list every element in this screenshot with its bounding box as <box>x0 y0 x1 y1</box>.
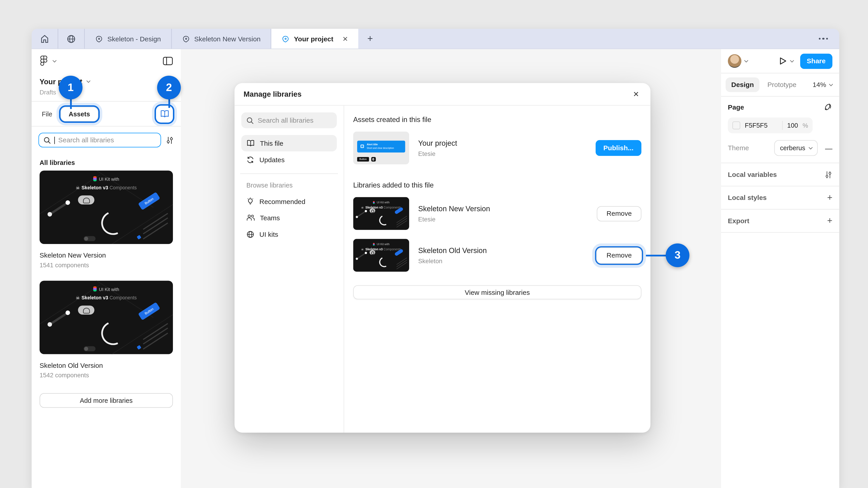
library-title: Skeleton Old Version <box>39 361 173 369</box>
chevron-down-icon <box>809 145 813 149</box>
globe-icon <box>246 230 254 238</box>
tab-close-icon[interactable]: ✕ <box>342 35 348 43</box>
tab-design[interactable]: Design <box>725 77 760 92</box>
toggle-shape <box>84 346 96 351</box>
library-title: Skeleton New Version <box>39 252 173 259</box>
library-card[interactable]: UI Kit with ☠Skeleton v3 Components Butt… <box>39 281 173 379</box>
community-button[interactable] <box>58 29 84 49</box>
sidebar-search-row: Search all libraries <box>32 127 181 154</box>
toggle-sidebar-icon[interactable] <box>163 57 173 66</box>
nav-item-recommended[interactable]: Recommended <box>241 193 337 210</box>
present-play-icon[interactable] <box>778 57 787 66</box>
remove-theme-icon[interactable]: — <box>818 144 833 152</box>
library-name: Skeleton New Version <box>418 204 490 213</box>
color-hex[interactable]: F5F5F5 <box>745 122 768 129</box>
tab-your-project-active[interactable]: Your project ✕ <box>271 29 358 49</box>
button-chip-shape: Button <box>138 192 160 210</box>
slider-shape <box>49 201 69 216</box>
dialog-nav: Search all libraries This file <box>235 106 344 433</box>
home-button[interactable] <box>32 29 58 49</box>
manage-libraries-dialog: Manage libraries ✕ Search all libraries <box>235 83 651 433</box>
add-style-icon[interactable]: + <box>820 193 833 203</box>
local-styles-row[interactable]: Local styles + <box>721 186 839 209</box>
tab-skeleton-new-version[interactable]: Skeleton New Version <box>172 29 271 49</box>
theme-dropdown[interactable]: cerberus <box>774 140 818 156</box>
search-input[interactable]: Search all libraries <box>38 133 161 148</box>
variables-sliders-icon[interactable] <box>825 170 833 179</box>
avatar[interactable] <box>728 54 741 68</box>
slider-shape <box>49 312 69 326</box>
library-subtitle: 1542 components <box>39 372 173 379</box>
add-export-icon[interactable]: + <box>820 216 833 226</box>
local-variables-row[interactable]: Local variables <box>721 163 839 186</box>
chevron-down-icon <box>829 82 833 86</box>
nav-item-teams[interactable]: Teams <box>241 210 337 226</box>
tab-file[interactable]: File <box>39 107 55 121</box>
search-placeholder: Search all libraries <box>258 116 313 124</box>
new-tab-button[interactable]: + <box>358 29 382 49</box>
more-menu-icon[interactable] <box>807 29 839 49</box>
library-thumbnail: UI Kit with ☠Skeleton v3 Components <box>353 197 409 230</box>
text-cursor <box>54 136 55 144</box>
percent-sign: % <box>803 122 808 129</box>
screen: Skeleton - Design Skeleton New Version Y… <box>0 0 868 488</box>
remove-button-highlighted[interactable]: Remove <box>597 248 642 263</box>
nav-item-this-file[interactable]: This file <box>241 135 337 152</box>
library-card[interactable]: UI Kit with ☠Skeleton v3 Components Butt… <box>39 170 173 268</box>
step-badge-1: 1 <box>59 76 83 99</box>
share-button[interactable]: Share <box>800 53 832 69</box>
chevron-down-icon[interactable] <box>53 58 57 62</box>
export-row[interactable]: Export + <box>721 210 839 232</box>
asset-owner: Etesie <box>418 150 457 157</box>
figma-logo-icon[interactable] <box>39 55 48 67</box>
tab-assets[interactable]: Assets <box>60 106 98 121</box>
people-icon <box>246 214 255 222</box>
page-section: Page F5F5F5 100 <box>721 97 839 163</box>
divider <box>721 232 839 233</box>
add-more-libraries-button[interactable]: Add more libraries <box>39 393 173 408</box>
chevron-down-icon[interactable] <box>86 79 90 83</box>
toggle-shape <box>84 236 96 241</box>
view-missing-libraries-button[interactable]: View missing libraries <box>353 285 642 300</box>
chevron-down-icon[interactable] <box>744 58 748 62</box>
dialog-header: Manage libraries ✕ <box>235 83 651 105</box>
nav-item-updates[interactable]: Updates <box>241 151 337 168</box>
thumb-icon-chip <box>371 157 376 161</box>
filter-icon[interactable] <box>166 136 174 144</box>
styles-palette-icon[interactable] <box>823 102 833 112</box>
left-sidebar: Your project Drafts File Assets <box>32 49 181 488</box>
page-color-row[interactable]: F5F5F5 100 % <box>728 118 813 133</box>
sidebar-tabs: File Assets <box>32 102 181 126</box>
alert-banner-shape: Alert title Short and clear description <box>357 140 405 153</box>
browse-libraries-heading: Browse libraries <box>241 180 337 193</box>
checkbox-shape <box>137 235 142 239</box>
figma-mini-logo-icon <box>373 243 375 246</box>
opacity-value[interactable]: 100 <box>787 122 798 129</box>
remove-button[interactable]: Remove <box>597 206 642 221</box>
alert-icon <box>361 145 364 148</box>
tab-prototype[interactable]: Prototype <box>762 77 802 92</box>
dialog-search-input[interactable]: Search all libraries <box>241 112 337 128</box>
color-swatch[interactable] <box>733 122 740 129</box>
assets-created-heading: Assets created in this file <box>353 116 642 124</box>
close-icon[interactable]: ✕ <box>631 88 641 101</box>
tab-label: Skeleton New Version <box>194 35 260 43</box>
divider <box>240 173 338 174</box>
spinner-shape <box>97 318 128 348</box>
theme-row: Theme cerberus — <box>728 140 833 156</box>
avatar-chip-shape <box>78 306 94 315</box>
theme-label: Theme <box>728 144 749 152</box>
tab-skeleton-design[interactable]: Skeleton - Design <box>85 29 171 49</box>
chevron-down-icon[interactable] <box>790 58 794 62</box>
search-placeholder: Search all libraries <box>58 136 114 144</box>
book-icon <box>246 140 255 147</box>
publish-button[interactable]: Publish... <box>595 140 641 156</box>
nav-item-ui-kits[interactable]: UI kits <box>241 226 337 242</box>
libraries-button[interactable] <box>156 105 173 122</box>
tab-label: Skeleton - Design <box>107 35 161 43</box>
zoom-level[interactable]: 14% <box>813 81 835 89</box>
accordion-shape <box>141 217 170 235</box>
library-row-skeleton-new: UI Kit with ☠Skeleton v3 Components Skel… <box>353 197 642 230</box>
asset-name: Your project <box>418 139 457 148</box>
right-panel: Share Design Prototype 14% Page <box>721 49 839 488</box>
